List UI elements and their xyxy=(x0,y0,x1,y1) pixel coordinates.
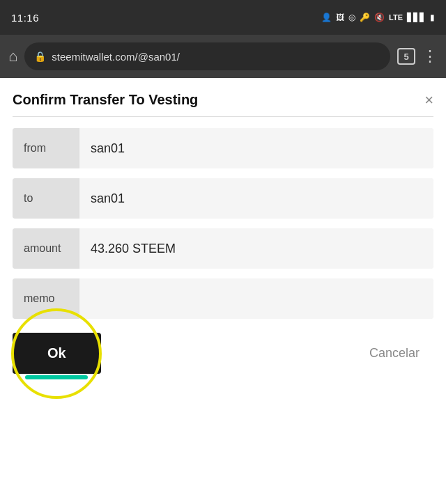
vpn-icon: ◎ xyxy=(348,13,355,22)
dialog-container: Confirm Transfer To Vesting × from san01… xyxy=(0,78,446,391)
notification-icon: 👤 xyxy=(321,13,332,22)
amount-field: amount 43.260 STEEM xyxy=(13,228,433,269)
status-icons: 👤 🖼 ◎ 🔑 🔇 LTE ▋▋▋ ▮ xyxy=(321,13,435,22)
from-value: san01 xyxy=(79,128,433,168)
status-bar: 11:16 👤 🖼 ◎ 🔑 🔇 LTE ▋▋▋ ▮ xyxy=(0,0,446,35)
teal-accent xyxy=(25,375,88,379)
memo-label: memo xyxy=(13,278,79,319)
lock-icon: 🔒 xyxy=(34,51,46,62)
home-button[interactable]: ⌂ xyxy=(8,47,17,65)
dialog-title: Confirm Transfer To Vesting xyxy=(13,92,198,108)
close-button[interactable]: × xyxy=(424,93,433,108)
battery-icon: ▮ xyxy=(430,13,435,22)
image-icon: 🖼 xyxy=(336,13,344,22)
from-field: from san01 xyxy=(13,128,433,168)
memo-field: memo xyxy=(13,278,433,319)
ok-button[interactable]: Ok xyxy=(13,333,101,374)
cancel-button[interactable]: Cancelar xyxy=(355,333,433,373)
browser-menu-button[interactable]: ⋮ xyxy=(422,47,438,65)
signal-icon: ▋▋▋ xyxy=(407,13,426,22)
buttons-row: Ok Cancelar xyxy=(13,333,433,374)
time-display: 11:16 xyxy=(11,12,39,24)
amount-label: amount xyxy=(13,228,79,269)
url-text: steemitwallet.com/@san01/ xyxy=(52,51,380,63)
divider xyxy=(13,116,433,117)
url-bar[interactable]: 🔒 steemitwallet.com/@san01/ xyxy=(24,42,390,70)
dialog-header: Confirm Transfer To Vesting × xyxy=(13,78,433,116)
mute-icon: 🔇 xyxy=(374,13,385,22)
lte-icon: LTE xyxy=(389,13,403,22)
memo-value[interactable] xyxy=(79,278,433,319)
to-value: san01 xyxy=(79,178,433,219)
key-icon: 🔑 xyxy=(360,13,370,22)
ok-button-wrapper: Ok xyxy=(13,333,101,374)
amount-value: 43.260 STEEM xyxy=(79,228,433,269)
to-field: to san01 xyxy=(13,178,433,219)
browser-bar: ⌂ 🔒 steemitwallet.com/@san01/ 5 ⋮ xyxy=(0,35,446,78)
to-label: to xyxy=(13,178,79,219)
from-label: from xyxy=(13,128,79,168)
tab-count-badge[interactable]: 5 xyxy=(397,48,415,65)
